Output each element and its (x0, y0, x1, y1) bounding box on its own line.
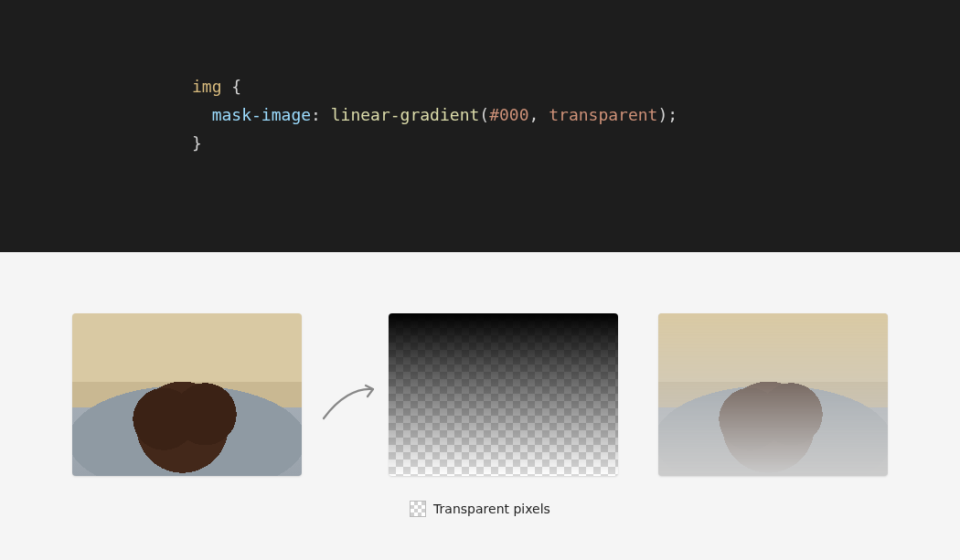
result-image-masked (658, 313, 888, 476)
demo-area: Transparent pixels (0, 252, 960, 560)
code-semicolon: ; (667, 105, 677, 124)
mask-gradient (389, 313, 618, 476)
code-arg-color: #000 (489, 105, 528, 124)
code-selector: img (192, 77, 222, 96)
legend-label: Transparent pixels (433, 502, 550, 516)
code-space-2 (539, 105, 549, 124)
code-arg-keyword: transparent (549, 105, 657, 124)
arrow-icon (320, 380, 382, 422)
code-indent (192, 105, 212, 124)
transparency-swatch-icon (410, 501, 426, 517)
mask-gradient-overlay (389, 313, 618, 476)
original-image (72, 313, 302, 476)
code-function: linear-gradient (331, 105, 480, 124)
code-comma: , (529, 105, 539, 124)
code-close-paren: ) (657, 105, 667, 124)
code-open-paren: ( (479, 105, 489, 124)
code-block: img { mask-image: linear-gradient(#000, … (192, 73, 960, 158)
result-image (658, 313, 888, 476)
code-open-brace: { (231, 77, 241, 96)
code-close-brace: } (192, 133, 202, 153)
code-space (321, 105, 331, 124)
legend: Transparent pixels (0, 501, 960, 517)
code-panel: img { mask-image: linear-gradient(#000, … (0, 0, 960, 252)
code-property: mask-image (212, 105, 311, 124)
code-colon: : (311, 105, 321, 124)
